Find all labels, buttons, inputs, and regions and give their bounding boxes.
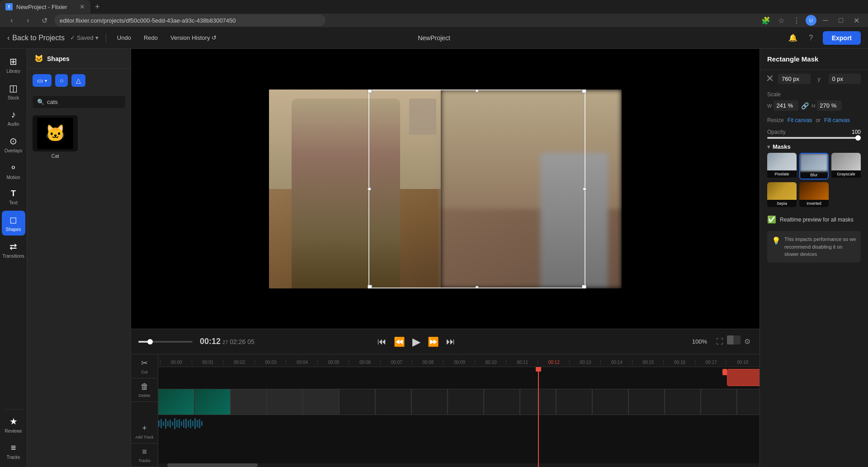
link-proportions-icon[interactable]: 🔗 [801,102,809,109]
extensions-icon[interactable]: 🧩 [760,14,772,27]
rectangle-shape-button[interactable]: ▭ ▾ [33,74,52,87]
play-button[interactable]: ▶ [410,334,422,350]
skip-forward-button[interactable]: ⏭ [444,335,457,349]
sidebar-item-shapes[interactable]: ◻ Shapes [2,211,25,236]
track-thumb-1[interactable] [194,389,231,415]
help-icon[interactable]: ? [805,32,817,44]
export-button[interactable]: Export [823,31,861,45]
playhead[interactable] [538,367,539,467]
scrollbar-thumb[interactable] [167,463,258,467]
search-wrap[interactable]: 🔍 [33,96,125,108]
masks-chevron-icon[interactable]: ▾ [767,144,770,150]
sidebar-item-library[interactable]: ⊞ Library [2,52,25,77]
sidebar-item-audio[interactable]: ♪ Audio [2,106,25,130]
triangle-shape-button[interactable]: △ [71,74,85,87]
track-thumb-9[interactable] [484,389,520,415]
browser-tab[interactable]: f NewProject - Flixier ✕ [0,0,90,14]
track-thumb-12[interactable] [592,389,628,415]
timeline-tracks[interactable] [158,367,760,467]
settings-button[interactable]: ⚙ [742,335,752,348]
circle-shape-button[interactable]: ○ [55,74,68,87]
undo-button[interactable]: Undo [113,33,135,43]
sidebar-item-motion[interactable]: ⚬ Motion [2,159,25,184]
track-thumb-4[interactable] [303,389,339,415]
split-view-button[interactable] [727,335,741,344]
y-value[interactable]: 0 px [829,74,861,84]
address-input[interactable] [54,14,326,26]
red-track-body[interactable] [727,369,760,386]
mask-item-inverted[interactable]: Inverted [799,182,829,207]
sidebar-label-motion: Motion [6,175,20,180]
ruler-mark-4: 00:04 [286,360,317,365]
progress-wrap[interactable] [138,341,193,343]
search-input[interactable] [47,99,121,105]
mask-item-blur[interactable]: Blur [799,153,829,179]
svg-rect-2 [160,419,162,428]
track-thumb-15[interactable] [701,389,737,415]
progress-thumb[interactable] [147,339,153,344]
opacity-slider[interactable] [767,137,861,139]
fast-forward-button[interactable]: ⏩ [426,335,441,349]
fullscreen-button[interactable]: ⛶ [714,335,725,348]
user-avatar[interactable]: U [806,15,816,26]
skip-back-button[interactable]: ⏮ [376,335,388,349]
red-overlay-track[interactable] [727,369,760,386]
track-thumb-0[interactable] [158,389,194,415]
notifications-icon[interactable]: 🔔 [787,32,799,44]
sidebar-item-tracks[interactable]: ≡ Tracks [2,439,25,463]
mask-label-blur: Blur [800,171,828,179]
performance-warning: 💡 This impacts performance so we recomme… [767,231,861,263]
tab-title: NewProject - Flixier [16,4,67,10]
track-thumb-7[interactable] [411,389,448,415]
nav-forward-button[interactable]: › [22,14,34,27]
close-button[interactable]: ✕ [850,14,863,27]
mask-item-pixelate[interactable]: Pixelate [767,153,797,179]
saved-dropdown-icon[interactable]: ▾ [95,34,99,41]
rewind-button[interactable]: ⏪ [392,335,407,349]
mask-item-sepia[interactable]: Sepia [767,182,797,207]
progress-bar[interactable] [138,341,193,343]
nav-refresh-button[interactable]: ↺ [38,14,51,27]
track-thumb-16[interactable] [737,389,760,415]
maximize-button[interactable]: □ [835,14,847,27]
w-value[interactable]: 241 % [774,100,798,111]
opacity-thumb[interactable] [855,135,861,141]
sidebar-item-text[interactable]: T Text [2,185,25,209]
version-history-button[interactable]: Version History ↺ [167,33,220,43]
close-tab-button[interactable]: ✕ [80,3,85,10]
track-thumb-14[interactable] [665,389,701,415]
timeline-scrollbar[interactable] [158,463,760,467]
fit-canvas-button[interactable]: Fit canvas [788,117,812,123]
nav-back-button[interactable]: ‹ [5,14,18,27]
asset-item-cat[interactable]: 🐱 Cat [33,115,78,159]
preview-wrapper [269,90,622,288]
track-thumb-13[interactable] [628,389,665,415]
cut-button[interactable]: ✂ Cut [131,354,158,378]
track-thumb-3[interactable] [267,389,303,415]
sidebar-item-reviews[interactable]: ★ Reviews [2,412,25,437]
bookmark-icon[interactable]: ☆ [775,14,788,27]
sidebar-item-transitions[interactable]: ⇄ Transitions [2,237,25,262]
svg-rect-12 [183,420,184,428]
fill-canvas-button[interactable]: Fill canvas [824,117,850,123]
tracks-bottom-label: Tracks [138,458,151,463]
new-tab-button[interactable]: + [90,0,104,14]
library-icon: ⊞ [9,56,17,67]
delete-button[interactable]: 🗑 Delete [131,378,158,402]
sidebar-item-overlays[interactable]: ⊙ Overlays [2,132,25,157]
x-value[interactable]: 760 px [778,74,811,84]
settings-icon[interactable]: ⋮ [790,14,803,27]
track-thumb-8[interactable] [448,389,484,415]
add-track-button[interactable]: + Add Track [131,420,158,443]
back-to-projects-button[interactable]: ‹ Back to Projects [7,34,65,42]
track-thumb-2[interactable] [231,389,267,415]
track-thumb-5[interactable] [339,389,375,415]
sidebar-item-stock[interactable]: ◫ Stock [2,79,25,104]
track-thumb-6[interactable] [375,389,411,415]
tracks-bottom-button[interactable]: ≡ Tracks [131,443,158,467]
h-value[interactable]: 270 % [817,100,842,111]
track-thumb-11[interactable] [556,389,592,415]
redo-button[interactable]: Redo [140,33,161,43]
mask-item-grayscale[interactable]: Grayscale [831,153,861,179]
minimize-button[interactable]: ─ [819,14,832,27]
